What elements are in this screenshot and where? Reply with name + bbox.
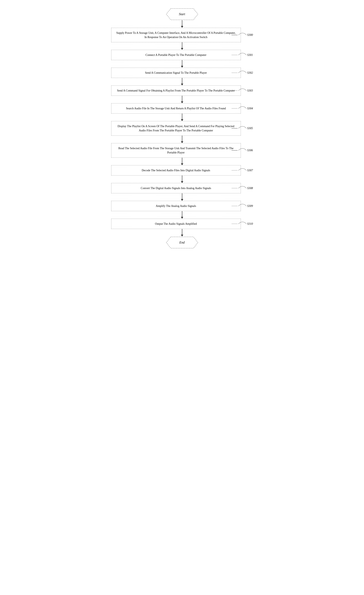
step-s310: Output The Audio Signals Amplified S310 [111,219,253,229]
step-s302-label: S302 [232,71,253,75]
arrow-0 [181,20,183,28]
step-s302-box: Send A Communication Signal To The Porta… [111,68,241,78]
arrow-4 [181,96,183,103]
arrow-9 [181,193,183,201]
step-s305-box: Display The Playlist On A Screen Of The … [111,121,241,136]
step-s300-label: S300 [232,33,253,37]
step-s301: Connect A Portable Player To The Portabl… [111,50,253,60]
start-terminal: Start [166,8,198,20]
arrow-6 [181,136,183,143]
step-s309-box: Amplify The Analog Audio Signals [111,201,241,211]
flowchart: Start Supply Power To A Storage Unit, A … [111,8,253,249]
step-s301-box: Connect A Portable Player To The Portabl… [111,50,241,60]
arrow-5 [181,113,183,121]
step-s309: Amplify The Analog Audio Signals S309 [111,201,253,211]
step-s308-label: S308 [232,186,253,190]
step-s305-label: S305 [232,126,253,130]
end-label: End [179,241,185,244]
arrow-3 [181,78,183,85]
step-s306-label: S306 [232,149,253,152]
step-s303-box: Send A Command Signal For Obtaining A Pl… [111,85,241,96]
step-s310-box: Output The Audio Signals Amplified [111,219,241,229]
step-s308-box: Convert The Digital Audio Signals Into A… [111,183,241,193]
step-s303: Send A Command Signal For Obtaining A Pl… [111,85,253,96]
step-s300-box: Supply Power To A Storage Unit, A Comput… [111,28,241,42]
step-s306: Read The Selected Audio File From The St… [111,143,253,158]
step-s307-box: Decode The Selected Audio Files Into Dig… [111,165,241,176]
arrow-11 [181,229,183,236]
end-terminal: End [166,236,198,249]
step-s310-label: S310 [232,222,253,226]
step-s302: Send A Communication Signal To The Porta… [111,68,253,78]
step-s304-box: Search Audio File In The Storage Unit An… [111,103,241,113]
step-s303-label: S303 [232,89,253,93]
step-s304: Search Audio File In The Storage Unit An… [111,103,253,113]
step-s300: Supply Power To A Storage Unit, A Comput… [111,28,253,42]
step-s308: Convert The Digital Audio Signals Into A… [111,183,253,193]
step-s307-label: S307 [232,169,253,172]
step-s309-label: S309 [232,204,253,208]
arrow-10 [181,211,183,219]
step-s307: Decode The Selected Audio Files Into Dig… [111,165,253,176]
step-s304-label: S304 [232,106,253,111]
arrow-7 [181,158,183,165]
start-label: Start [179,12,185,16]
step-s301-label: S301 [232,53,253,57]
arrow-2 [181,60,183,68]
step-s305: Display The Playlist On A Screen Of The … [111,121,253,136]
arrow-8 [181,176,183,183]
arrow-1 [181,42,183,50]
step-s306-box: Read The Selected Audio File From The St… [111,143,241,158]
